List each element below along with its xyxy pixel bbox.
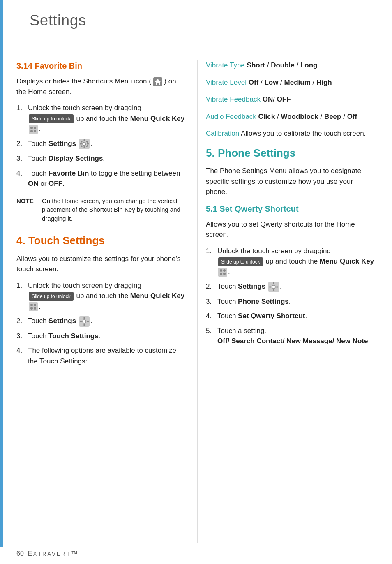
- svg-rect-13: [87, 143, 89, 145]
- option-audio-feedback: Audio Feedback Click / Woodblock / Beep …: [206, 111, 376, 122]
- option-vibrate-level: Vibrate Level Off / Low / Medium / High: [206, 77, 376, 88]
- svg-point-19: [30, 304, 33, 306]
- step-314-1: 1. Unlock the touch screen by dragging S…: [16, 103, 185, 134]
- svg-rect-29: [218, 268, 227, 277]
- step-314-4: 4. Touch Favorite Bin to toggle the sett…: [16, 168, 185, 189]
- slide-unlock-btn-1: Slide up to unlock: [29, 114, 74, 123]
- settings-icon-2: [79, 316, 90, 327]
- page-title: Settings: [30, 10, 376, 31]
- svg-point-21: [30, 307, 33, 310]
- section-51-steps: 1. Unlock the touch screen by dragging S…: [206, 246, 376, 347]
- svg-rect-37: [273, 289, 274, 291]
- menu-quick-key-icon-1: [29, 125, 38, 134]
- step-4-1: 1. Unlock the touch screen by dragging S…: [16, 280, 185, 312]
- svg-point-4: [30, 127, 33, 129]
- svg-point-20: [34, 304, 36, 306]
- menu-quick-key-icon-3: [218, 268, 227, 277]
- svg-point-32: [220, 273, 222, 275]
- home-icon: [153, 77, 162, 86]
- footer-page-number: 60: [16, 549, 24, 558]
- step-51-4: 4. Touch Set Qwerty Shortcut.: [206, 311, 376, 321]
- svg-rect-25: [83, 317, 85, 319]
- settings-icon-1: [79, 139, 90, 149]
- left-column: 3.14 Favorite Bin Displays or hides the …: [16, 60, 197, 543]
- svg-rect-11: [83, 146, 85, 148]
- menu-quick-key-icon-2: [29, 302, 38, 311]
- svg-rect-18: [29, 302, 38, 311]
- svg-rect-10: [83, 139, 85, 141]
- section-5-heading: 5. Phone Settings: [206, 146, 376, 161]
- step-51-3: 3. Touch Phone Settings.: [206, 296, 376, 307]
- svg-rect-26: [83, 324, 85, 326]
- note-label: NOTE: [16, 196, 37, 223]
- svg-rect-12: [80, 143, 82, 145]
- option-vibrate-type: Vibrate Type Short / Double / Long: [206, 60, 376, 71]
- section-4-steps: 1. Unlock the touch screen by dragging S…: [16, 280, 185, 367]
- svg-rect-38: [269, 286, 271, 287]
- step-4-3: 3. Touch Touch Settings.: [16, 331, 185, 342]
- settings-icon-3: [268, 282, 279, 292]
- svg-point-22: [34, 307, 36, 310]
- svg-point-33: [223, 273, 226, 275]
- svg-rect-27: [80, 321, 82, 322]
- section-314-body: Displays or hides the Shortcuts Menu ico…: [16, 76, 185, 97]
- step-51-1: 1. Unlock the touch screen by dragging S…: [206, 246, 376, 277]
- footer-brand: EXTRAVERT™: [28, 549, 78, 558]
- svg-rect-2: [157, 83, 159, 85]
- step-51-2: 2. Touch Settings .: [206, 281, 376, 292]
- svg-point-7: [34, 130, 36, 132]
- svg-point-35: [272, 285, 275, 289]
- slide-unlock-btn-2: Slide up to unlock: [29, 292, 74, 301]
- step-4-4: 4. The following options are available t…: [16, 345, 185, 366]
- svg-rect-36: [273, 282, 274, 284]
- step-51-5: 5. Touch a setting. Off/ Search Contact/…: [206, 326, 376, 347]
- step-4-2: 2. Touch Settings .: [16, 316, 185, 327]
- section-51-body: Allows you to set Qwerty shortcuts for t…: [206, 219, 376, 240]
- step-314-3: 3. Touch Display Settings.: [16, 153, 185, 164]
- option-calibration: Calibration Allows you to calibrate the …: [206, 128, 376, 139]
- note-text: On the Home screen, you can change the v…: [42, 196, 185, 223]
- svg-point-9: [83, 142, 86, 146]
- slide-unlock-btn-3: Slide up to unlock: [218, 257, 263, 266]
- svg-point-5: [34, 127, 36, 129]
- section-314-steps: 1. Unlock the touch screen by dragging S…: [16, 103, 185, 189]
- right-column: Vibrate Type Short / Double / Long Vibra…: [197, 60, 376, 543]
- section-4-body: Allows you to customize the settings for…: [16, 254, 185, 275]
- svg-rect-3: [29, 125, 38, 134]
- section-314-heading: 3.14 Favorite Bin: [16, 60, 185, 72]
- svg-point-6: [30, 130, 33, 132]
- section-4-heading: 4. Touch Settings: [16, 233, 185, 249]
- svg-rect-28: [87, 321, 89, 322]
- section-51-heading: 5.1 Set Qwerty Shortcut: [206, 203, 376, 215]
- svg-point-24: [83, 320, 86, 323]
- svg-point-31: [223, 269, 226, 272]
- step-314-2: 2. Touch Settings: [16, 139, 185, 150]
- footer: 60 EXTRAVERT™: [0, 543, 392, 564]
- section-5-body: The Phone Settings Menu allows you to de…: [206, 166, 376, 197]
- svg-point-30: [220, 269, 222, 272]
- content-wrapper: 3.14 Favorite Bin Displays or hides the …: [0, 48, 392, 543]
- svg-rect-39: [276, 286, 278, 287]
- page-container: Settings 3.14 Favorite Bin Displays or h…: [0, 0, 392, 564]
- section-314-note: NOTE On the Home screen, you can change …: [16, 196, 185, 223]
- option-vibrate-feedback: Vibrate Feedback ON/ OFF: [206, 94, 376, 105]
- left-accent-bar: [0, 0, 3, 547]
